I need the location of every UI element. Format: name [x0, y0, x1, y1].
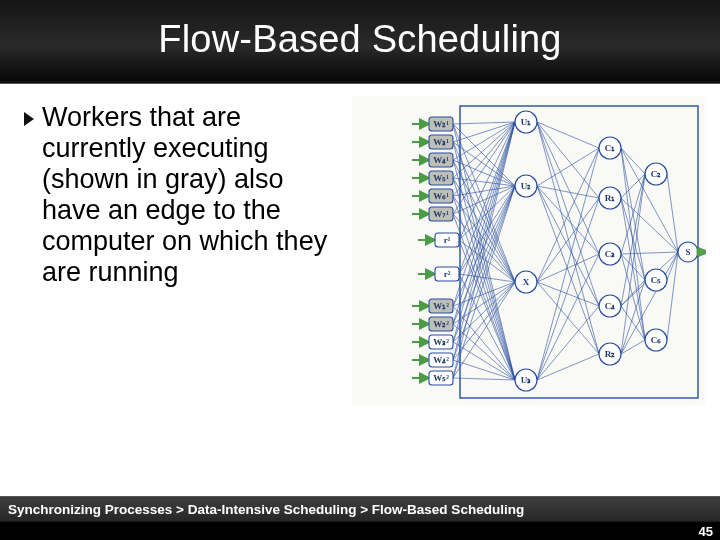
svg-text:U₁: U₁ — [521, 117, 532, 127]
svg-line-15 — [453, 178, 515, 282]
svg-line-57 — [537, 122, 599, 354]
svg-line-63 — [537, 148, 599, 282]
svg-text:R₁: R₁ — [605, 193, 616, 203]
flow-diagram: W₂¹W₃¹W₄¹W₅¹W₆¹W₇¹r¹r²W₁²W₂²W₃²W₄²W₅² U₁… — [352, 96, 706, 406]
svg-text:S: S — [685, 247, 690, 257]
svg-line-88 — [621, 148, 678, 252]
svg-text:W₂¹: W₂¹ — [433, 119, 449, 129]
svg-line-56 — [537, 122, 599, 306]
svg-text:W₃¹: W₃¹ — [433, 137, 449, 147]
svg-text:C₅: C₅ — [651, 275, 662, 285]
footer-strip: 45 — [0, 522, 720, 540]
bullet-list: Workers that are currently executing (sh… — [24, 102, 344, 288]
svg-line-66 — [537, 282, 599, 306]
svg-text:r²: r² — [444, 269, 451, 279]
svg-line-1 — [453, 122, 515, 124]
svg-text:C₆: C₆ — [651, 335, 662, 345]
svg-text:W₄¹: W₄¹ — [433, 155, 449, 165]
svg-text:W₄²: W₄² — [433, 355, 449, 365]
svg-text:W₅¹: W₅¹ — [433, 173, 449, 183]
slide-header: Flow-Based Scheduling — [0, 0, 720, 84]
svg-text:W₁²: W₁² — [433, 301, 449, 311]
svg-text:R₂: R₂ — [605, 349, 616, 359]
slide-body: Workers that are currently executing (sh… — [0, 84, 720, 496]
svg-line-69 — [537, 198, 599, 380]
svg-line-5 — [453, 122, 515, 142]
svg-text:W₇¹: W₇¹ — [433, 209, 449, 219]
svg-text:C₃: C₃ — [605, 249, 616, 259]
svg-line-78 — [621, 198, 645, 340]
svg-text:W₆¹: W₆¹ — [433, 191, 449, 201]
svg-text:U₃: U₃ — [521, 375, 532, 385]
svg-line-54 — [537, 122, 599, 198]
svg-line-52 — [453, 378, 515, 380]
svg-line-58 — [537, 148, 599, 186]
svg-text:W₅²: W₅² — [433, 373, 449, 383]
svg-line-83 — [621, 280, 645, 306]
svg-text:U₂: U₂ — [521, 181, 532, 191]
svg-line-68 — [537, 148, 599, 380]
bullet-marker-icon — [24, 112, 34, 126]
breadcrumb: Synchronizing Processes > Data-Intensive… — [8, 502, 524, 517]
svg-text:C₄: C₄ — [605, 301, 616, 311]
page-number: 45 — [699, 524, 713, 539]
svg-line-93 — [667, 174, 678, 252]
svg-line-72 — [537, 354, 599, 380]
svg-text:r¹: r¹ — [444, 235, 451, 245]
breadcrumb-bar: Synchronizing Processes > Data-Intensive… — [0, 496, 720, 522]
svg-line-62 — [537, 186, 599, 354]
svg-text:C₂: C₂ — [651, 169, 662, 179]
svg-text:W₂²: W₂² — [433, 319, 449, 329]
svg-line-45 — [453, 122, 515, 360]
slide-title: Flow-Based Scheduling — [0, 0, 720, 61]
svg-line-49 — [453, 122, 515, 378]
svg-text:W₃²: W₃² — [433, 337, 449, 347]
svg-line-53 — [537, 122, 599, 148]
svg-line-90 — [621, 252, 678, 254]
svg-text:C₁: C₁ — [605, 143, 616, 153]
bullet-text: Workers that are currently executing (sh… — [42, 102, 344, 288]
bullet-item: Workers that are currently executing (sh… — [24, 102, 344, 288]
svg-text:X: X — [523, 277, 530, 287]
svg-rect-0 — [460, 106, 698, 398]
